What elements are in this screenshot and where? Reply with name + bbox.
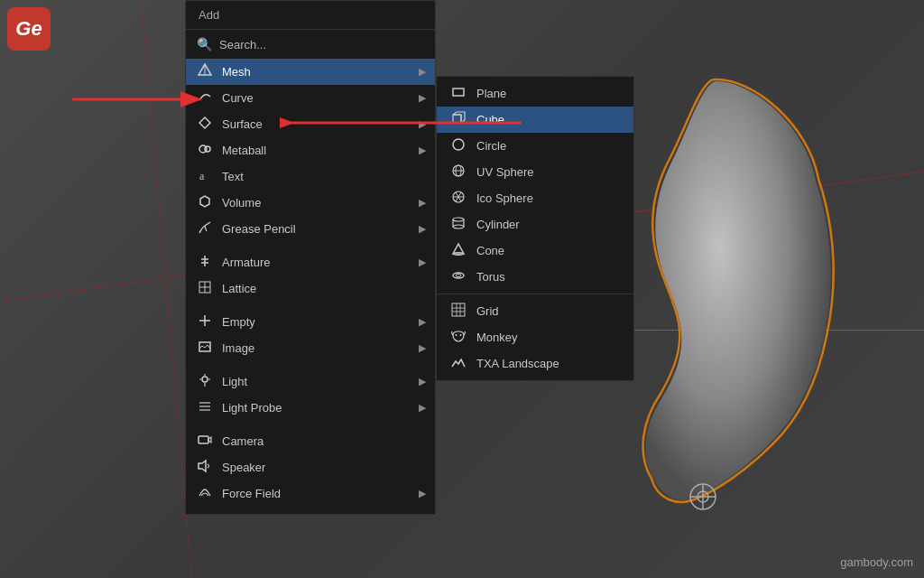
txa-landscape-icon (449, 355, 467, 372)
force-field-icon (197, 485, 213, 502)
lattice-icon (197, 280, 213, 297)
submenu-item-torus[interactable]: Torus (437, 264, 633, 290)
menu-item-mesh-label: Mesh (222, 65, 251, 79)
menu-item-text[interactable]: a Text (186, 163, 435, 190)
submenu-item-grid[interactable]: Grid (437, 298, 633, 324)
menu-item-surface[interactable]: Surface ▶ (186, 111, 435, 137)
cylinder-icon (449, 216, 467, 233)
menu-item-lattice[interactable]: Lattice (186, 275, 435, 302)
watermark: gambody.com (840, 555, 913, 569)
mesh-icon (197, 63, 213, 80)
grease-pencil-icon (197, 220, 213, 238)
submenu-arrow-armature: ▶ (419, 256, 426, 268)
svg-text:a: a (199, 170, 205, 182)
empty-icon (197, 313, 213, 331)
svg-point-36 (453, 139, 464, 150)
submenu-separator (437, 294, 633, 294)
svg-rect-30 (199, 436, 208, 443)
menu-item-metaball[interactable]: Metaball ▶ (186, 137, 435, 163)
submenu-item-txa-landscape[interactable]: TXA Landscape (437, 350, 633, 377)
light-icon (197, 373, 213, 390)
circle-icon (449, 137, 467, 154)
menu-item-light[interactable]: Light ▶ (186, 368, 435, 395)
menu-item-curve[interactable]: Curve ▶ (186, 85, 435, 111)
submenu-arrow-light-probe: ▶ (419, 402, 426, 414)
search-label: Search... (219, 38, 266, 51)
separator-3 (186, 361, 435, 368)
submenu-item-monkey[interactable]: Monkey (437, 324, 633, 350)
cone-icon (449, 242, 467, 259)
menu-item-speaker-label: Speaker (222, 461, 265, 474)
curve-icon (197, 89, 213, 107)
menu-item-empty[interactable]: Empty ▶ (186, 309, 435, 335)
svg-point-22 (202, 377, 208, 382)
menu-item-armature[interactable]: Armature ▶ (186, 249, 435, 275)
submenu-item-ico-sphere-label: Ico Sphere (476, 191, 533, 205)
torus-icon (449, 268, 467, 285)
svg-rect-33 (453, 89, 464, 96)
menu-item-grease-pencil-label: Grease Pencil (222, 222, 296, 236)
menu-item-image[interactable]: Image ▶ (186, 335, 435, 361)
light-probe-icon (197, 399, 213, 416)
menu-item-force-field[interactable]: Force Field ▶ (186, 480, 435, 507)
submenu-item-circle[interactable]: Circle (437, 133, 633, 159)
menu-item-curve-label: Curve (222, 91, 254, 105)
menu-item-volume[interactable]: Volume ▶ (186, 190, 435, 216)
plane-icon (449, 85, 467, 102)
grid-icon (449, 303, 467, 320)
menu-item-speaker[interactable]: Speaker (186, 454, 435, 480)
menu-item-surface-label: Surface (222, 117, 263, 131)
submenu-item-cylinder-label: Cylinder (476, 218, 520, 231)
menu-item-mesh[interactable]: Mesh ▶ (186, 59, 435, 85)
menu-item-armature-label: Armature (222, 256, 270, 269)
volume-icon (197, 194, 213, 211)
logo-text: Ge (15, 17, 42, 41)
submenu-item-cube-label: Cube (476, 113, 504, 126)
submenu-item-circle-label: Circle (476, 139, 506, 153)
submenu-item-cylinder[interactable]: Cylinder (437, 211, 633, 238)
submenu-item-uv-sphere-label: UV Sphere (476, 165, 534, 179)
search-icon: 🔍 (197, 37, 212, 51)
menu-item-text-label: Text (222, 170, 244, 183)
svg-point-56 (460, 334, 462, 336)
submenu-arrow-force-field: ▶ (419, 488, 426, 499)
cube-icon (449, 111, 467, 128)
svg-point-11 (205, 146, 210, 152)
mesh-submenu-panel: Plane Cube Circle UV Sphere Ico Sphere C… (436, 76, 634, 381)
menu-item-camera-label: Camera (222, 434, 263, 448)
uv-sphere-icon (449, 163, 467, 181)
separator-2 (186, 302, 435, 309)
submenu-arrow-volume: ▶ (419, 197, 426, 209)
submenu-item-ico-sphere[interactable]: Ico Sphere (437, 185, 633, 211)
ico-sphere-icon (449, 190, 467, 207)
svg-point-43 (453, 225, 464, 228)
submenu-arrow-image: ▶ (419, 342, 426, 354)
menu-item-camera[interactable]: Camera (186, 428, 435, 454)
submenu-item-txa-landscape-label: TXA Landscape (476, 357, 559, 370)
submenu-arrow-curve: ▶ (419, 92, 426, 104)
svg-point-42 (453, 218, 464, 221)
menu-header: Add (186, 1, 435, 30)
submenu-arrow-grease-pencil: ▶ (419, 223, 426, 235)
svg-point-55 (456, 334, 457, 336)
submenu-item-torus-label: Torus (476, 270, 505, 284)
svg-rect-50 (452, 303, 465, 316)
metaball-icon (197, 142, 213, 159)
submenu-item-cone[interactable]: Cone (437, 238, 633, 264)
submenu-item-uv-sphere[interactable]: UV Sphere (437, 159, 633, 185)
search-row[interactable]: 🔍 Search... (186, 30, 435, 59)
armature-icon (197, 254, 213, 271)
camera-icon (197, 433, 213, 450)
menu-item-force-field-label: Force Field (222, 487, 281, 500)
menu-item-light-label: Light (222, 375, 247, 388)
submenu-arrow-light: ▶ (419, 376, 426, 387)
submenu-item-cube[interactable]: Cube (437, 107, 633, 133)
submenu-item-plane[interactable]: Plane (437, 80, 633, 107)
menu-item-lattice-label: Lattice (222, 282, 256, 295)
add-menu-panel: Add 🔍 Search... Mesh ▶ Curve ▶ Surface ▶… (185, 0, 436, 515)
menu-item-light-probe[interactable]: Light Probe ▶ (186, 395, 435, 421)
menu-item-grease-pencil[interactable]: Grease Pencil ▶ (186, 216, 435, 242)
submenu-arrow-surface: ▶ (419, 118, 426, 130)
menu-item-light-probe-label: Light Probe (222, 401, 282, 415)
logo: Ge (7, 7, 51, 51)
